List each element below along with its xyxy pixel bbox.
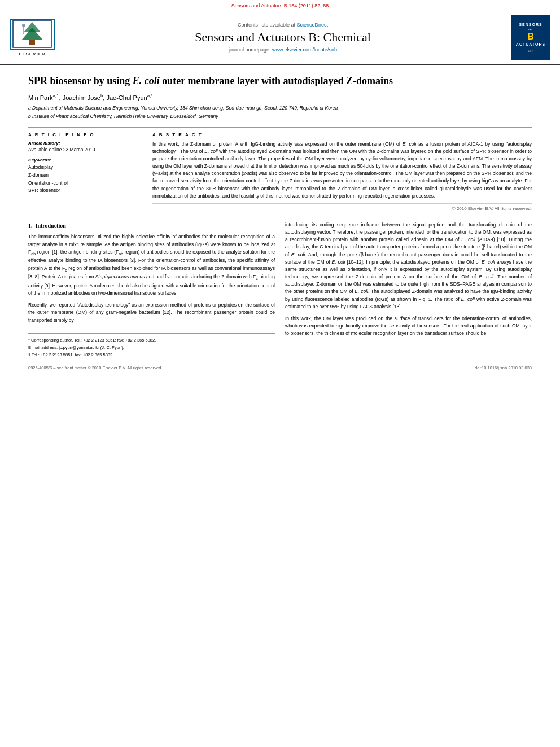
abstract-title: A B S T R A C T bbox=[152, 132, 532, 137]
copyright-line: © 2010 Elsevier B.V. All rights reserved… bbox=[152, 203, 532, 211]
intro-section-heading: 1. Introduction bbox=[28, 221, 275, 230]
info-abstract-section: A R T I C L E I N F O Article history: A… bbox=[28, 132, 532, 215]
main-content: 1. Introduction The immunoaffinity biose… bbox=[28, 221, 532, 360]
doi-line: doi:10.1016/j.snb.2010.03.038 bbox=[475, 365, 532, 370]
keywords-list: Autodisplay Z-domain Orientation-control… bbox=[28, 164, 141, 194]
sensors-logo-b: B bbox=[527, 32, 534, 42]
issn-line: 0925-4005/$ – see front matter © 2010 El… bbox=[28, 365, 162, 370]
affiliation-a: a Department of Materials Science and En… bbox=[28, 104, 532, 112]
sensors-logo-number: 154 bbox=[528, 49, 533, 53]
footnote-email: E-mail address: jc.pyun@yonsei.ac.kr (J.… bbox=[28, 344, 275, 351]
journal-title-block: Contents lists available at ScienceDirec… bbox=[63, 22, 502, 53]
elsevier-logo-box bbox=[10, 19, 55, 50]
authors-line: Min Parka,1, Joachim Joseb, Jae-Chul Pyu… bbox=[28, 93, 532, 101]
history-value: Available online 23 March 2010 bbox=[28, 147, 141, 154]
footnote-star: * Corresponding author. Tel.: +82 2 2123… bbox=[28, 337, 275, 343]
elsevier-tree-icon bbox=[12, 20, 52, 48]
journal-header: ELSEVIER Contents lists available at Sci… bbox=[0, 10, 560, 65]
intro-text-right-1: introducing its coding sequence in-frame… bbox=[285, 221, 532, 311]
article-body: SPR biosensor by using E. coli outer mem… bbox=[0, 65, 560, 379]
sensors-logo-text-line1: SENSORS bbox=[519, 22, 542, 27]
footnote-1: 1 Tel.: +82 2 2123 5851; fax: +82 2 365 … bbox=[28, 352, 275, 358]
abstract-text: In this work, the Z-domain of protein A … bbox=[152, 141, 532, 200]
elsevier-text-label: ELSEVIER bbox=[19, 51, 46, 56]
svg-rect-4 bbox=[29, 40, 35, 45]
top-bar: Sensors and Actuators B 154 (2011) 82–88 bbox=[0, 0, 560, 10]
keyword-4: SPR biosensor bbox=[28, 187, 141, 195]
article-info: A R T I C L E I N F O Article history: A… bbox=[28, 132, 141, 215]
column-right: introducing its coding sequence in-frame… bbox=[285, 221, 532, 360]
sensors-actuators-logo: SENSORS ... B ACTUATORS 154 bbox=[508, 15, 553, 60]
journal-reference: Sensors and Actuators B 154 (2011) 82–88 bbox=[231, 3, 329, 8]
divider-1 bbox=[28, 127, 532, 128]
affiliations: a Department of Materials Science and En… bbox=[28, 104, 532, 120]
footnotes: * Corresponding author. Tel.: +82 2 2123… bbox=[28, 333, 275, 359]
sensors-logo-text-line2: ACTUATORS bbox=[516, 42, 545, 47]
svg-point-5 bbox=[22, 24, 25, 27]
bottom-bar: 0925-4005/$ – see front matter © 2010 El… bbox=[28, 365, 532, 370]
sciencedirect-link[interactable]: ScienceDirect bbox=[297, 22, 329, 28]
intro-text-right-2: In this work, the OM layer was produced … bbox=[285, 315, 532, 338]
history-label: Article history: bbox=[28, 141, 141, 146]
journal-main-title: Sensors and Actuators B: Chemical bbox=[63, 30, 502, 45]
elsevier-logo: ELSEVIER bbox=[7, 19, 58, 56]
abstract-section: A B S T R A C T In this work, the Z-doma… bbox=[152, 132, 532, 215]
sensors-logo-box: SENSORS ... B ACTUATORS 154 bbox=[511, 15, 550, 60]
journal-homepage: journal homepage: www.elsevier.com/locat… bbox=[63, 47, 502, 53]
column-left: 1. Introduction The immunoaffinity biose… bbox=[28, 221, 275, 360]
affiliation-b: b Institute of Pharmaceutical Chemistry,… bbox=[28, 113, 532, 120]
keywords-label: Keywords: bbox=[28, 158, 141, 163]
contents-line: Contents lists available at ScienceDirec… bbox=[63, 22, 502, 28]
keyword-2: Z-domain bbox=[28, 172, 141, 180]
keyword-1: Autodisplay bbox=[28, 164, 141, 172]
intro-text-left-2: Recently, we reported "Autodisplay techn… bbox=[28, 302, 275, 324]
article-info-title: A R T I C L E I N F O bbox=[28, 132, 141, 137]
article-title: SPR biosensor by using E. coli outer mem… bbox=[28, 75, 532, 88]
sensors-logo-text-and: ... bbox=[528, 27, 533, 32]
keyword-3: Orientation-control bbox=[28, 180, 141, 187]
homepage-link[interactable]: www.elsevier.com/locate/snb bbox=[272, 47, 337, 53]
intro-text-left: The immunoaffinity biosensors utilized t… bbox=[28, 233, 275, 297]
